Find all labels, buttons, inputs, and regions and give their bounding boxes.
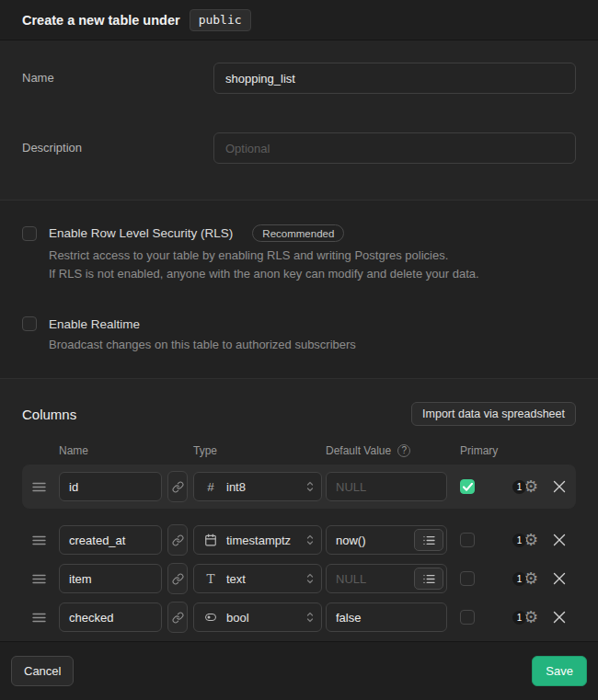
- realtime-description: Broadcast changes on this table to autho…: [49, 336, 576, 354]
- recommended-badge: Recommended: [252, 224, 344, 242]
- columns-section: Columns Import data via spreadsheet Name…: [0, 378, 598, 641]
- rls-description: Restrict access to your table by enablin…: [49, 247, 576, 283]
- column-type-label: int8: [226, 480, 305, 494]
- panel-title-text: Create a new table under: [22, 13, 180, 28]
- link-icon: [172, 534, 184, 546]
- close-icon: [553, 480, 566, 493]
- default-value-field: [326, 472, 447, 501]
- close-icon: [553, 534, 566, 546]
- foreign-key-button[interactable]: [167, 563, 188, 594]
- description-field-row: Description: [22, 132, 576, 164]
- realtime-toggle-block: Enable Realtime Broadcast changes on thi…: [22, 316, 576, 354]
- chevron-updown-icon: [305, 534, 316, 546]
- foreign-key-button[interactable]: [167, 471, 188, 502]
- check-icon: [463, 483, 473, 491]
- column-name-input[interactable]: [59, 525, 162, 555]
- panel-title: Create a new table under public: [22, 9, 251, 31]
- drag-handle-icon[interactable]: [32, 534, 47, 546]
- chevron-updown-icon: [305, 572, 316, 585]
- primary-checkbox[interactable]: [460, 610, 475, 625]
- rls-label: Enable Row Level Security (RLS): [49, 226, 233, 240]
- drag-handle-icon[interactable]: [32, 612, 47, 624]
- chevron-updown-icon: [305, 480, 316, 493]
- toggles-section: Enable Row Level Security (RLS) Recommen…: [0, 200, 598, 378]
- default-value-input[interactable]: [326, 472, 447, 501]
- chevron-updown-icon: [305, 611, 316, 624]
- letter-t-icon: T: [202, 571, 219, 586]
- link-icon: [172, 573, 184, 585]
- column-type-label: bool: [226, 611, 305, 625]
- default-value-field: [326, 564, 447, 593]
- column-type-select[interactable]: bool: [193, 602, 322, 632]
- column-name-input[interactable]: [59, 602, 162, 632]
- default-value-input[interactable]: [326, 602, 447, 632]
- rls-toggle-block: Enable Row Level Security (RLS) Recommen…: [22, 224, 576, 283]
- column-settings: 1 ⚙: [512, 570, 546, 587]
- schema-badge: public: [190, 9, 251, 31]
- remove-column-button[interactable]: [553, 480, 566, 493]
- rls-checkbox[interactable]: [22, 226, 37, 241]
- description-label: Description: [22, 132, 213, 155]
- list-icon: [423, 574, 435, 584]
- column-type-select[interactable]: # int8: [193, 472, 322, 501]
- list-icon: [423, 535, 435, 545]
- calendar-icon: [202, 534, 219, 546]
- close-icon: [553, 611, 566, 624]
- close-icon: [553, 572, 566, 585]
- table-name-input[interactable]: [213, 63, 576, 94]
- link-icon: [172, 481, 184, 493]
- name-field-row: Name: [22, 63, 576, 94]
- foreign-key-button[interactable]: [167, 524, 188, 556]
- column-type-select[interactable]: T text: [193, 564, 322, 593]
- default-value-field: [326, 525, 447, 555]
- remove-column-button[interactable]: [553, 534, 566, 546]
- columns-title: Columns: [22, 407, 76, 422]
- link-icon: [172, 612, 184, 624]
- realtime-checkbox[interactable]: [22, 316, 37, 331]
- column-row: # int8 1 ⚙: [22, 465, 576, 509]
- drag-handle-icon[interactable]: [32, 481, 47, 493]
- column-row: timestamptz 1 ⚙: [22, 521, 576, 559]
- column-row: bool 1 ⚙: [22, 598, 576, 637]
- import-spreadsheet-button[interactable]: Import data via spreadsheet: [411, 402, 576, 426]
- column-name-input[interactable]: [59, 472, 162, 501]
- default-value-menu-button[interactable]: [414, 529, 443, 551]
- column-rows-list: # int8 1 ⚙: [22, 465, 576, 637]
- drag-handle-icon[interactable]: [32, 573, 47, 585]
- basic-info-section: Name Description: [0, 40, 598, 200]
- default-value-menu-button[interactable]: [414, 568, 443, 590]
- column-type-select[interactable]: timestamptz: [193, 525, 322, 555]
- foreign-key-button[interactable]: [167, 602, 188, 633]
- primary-checkbox[interactable]: [460, 533, 475, 547]
- settings-count-badge: 1: [512, 480, 526, 494]
- settings-count-badge: 1: [512, 611, 526, 625]
- column-type-label: timestamptz: [226, 534, 305, 547]
- save-button[interactable]: Save: [532, 656, 587, 686]
- header-default-value: Default Value: [326, 444, 391, 457]
- help-icon[interactable]: ?: [397, 444, 410, 457]
- name-label: Name: [22, 63, 213, 85]
- realtime-label: Enable Realtime: [49, 317, 140, 331]
- default-value-field: [326, 602, 447, 632]
- primary-checkbox[interactable]: [460, 571, 475, 586]
- table-description-input[interactable]: [213, 132, 576, 164]
- panel-header: Create a new table under public: [0, 0, 598, 40]
- cancel-button[interactable]: Cancel: [11, 656, 74, 686]
- primary-checkbox[interactable]: [460, 479, 475, 494]
- panel-footer: Cancel Save: [0, 641, 598, 700]
- hash-icon: #: [202, 480, 219, 494]
- column-name-input[interactable]: [59, 564, 162, 593]
- column-settings: 1 ⚙: [512, 609, 546, 625]
- columns-header-row: Name Type Default Value ? Primary: [22, 443, 576, 458]
- column-row: T text 1 ⚙: [22, 559, 576, 598]
- remove-column-button[interactable]: [553, 572, 566, 585]
- header-type: Type: [193, 444, 326, 457]
- column-type-label: text: [226, 572, 305, 586]
- remove-column-button[interactable]: [553, 611, 566, 624]
- settings-count-badge: 1: [512, 534, 526, 547]
- header-primary: Primary: [460, 444, 498, 457]
- create-table-panel: Create a new table under public Name Des…: [0, 0, 598, 700]
- header-name: Name: [59, 444, 193, 457]
- rls-description-line1: Restrict access to your table by enablin…: [49, 247, 576, 265]
- column-settings: 1 ⚙: [512, 478, 546, 495]
